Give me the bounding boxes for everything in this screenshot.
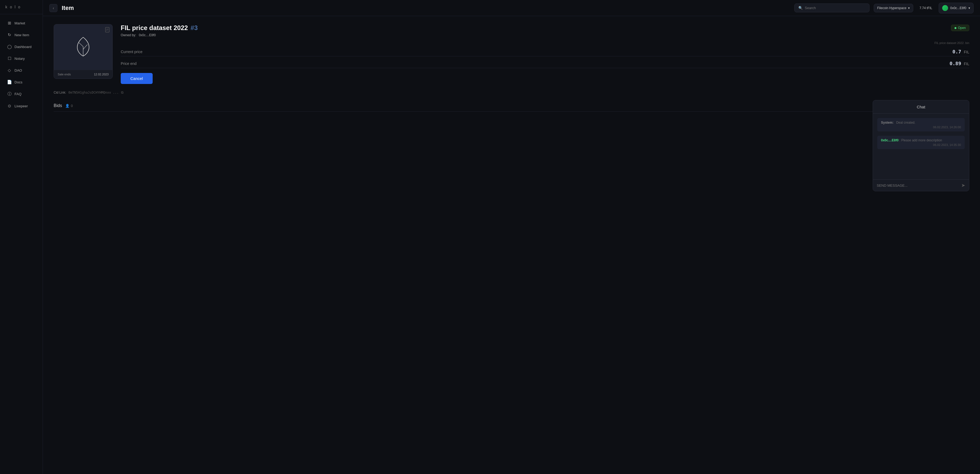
bids-header: Bids 👤 0 bbox=[54, 100, 873, 111]
topbar: ‹ Item 🔍 Filecoin Hyperspace ▾ 7.74 tFIL… bbox=[43, 0, 980, 16]
item-footer: Sale ends 12.02.2023 bbox=[54, 70, 112, 79]
page-content: Sale ends 12.02.2023 FIL price dataset 2… bbox=[43, 16, 980, 474]
sidebar-item-docs[interactable]: 📄 Docs bbox=[2, 76, 40, 88]
chat-msg-header: 0x0c....E8f0 : Please add more descripti… bbox=[881, 138, 961, 142]
chat-sender-user: 0x0c....E8f0 bbox=[881, 138, 899, 142]
sidebar-item-dashboard[interactable]: ◯ Dashboard bbox=[2, 41, 40, 52]
sidebar-item-dao[interactable]: ◇ DAO bbox=[2, 65, 40, 76]
main-content: ‹ Item 🔍 Filecoin Hyperspace ▾ 7.74 tFIL… bbox=[43, 0, 980, 474]
wallet-address: 0x0c...E8f0 bbox=[950, 6, 966, 10]
chevron-down-icon: ▾ bbox=[908, 6, 910, 10]
sidebar-nav: ⊞ Market ↻ New Item ◯ Dashboard ☐ Notary… bbox=[0, 14, 43, 474]
status-badge: Open bbox=[951, 25, 969, 31]
cid-link-label: Cid Link: bbox=[54, 91, 66, 94]
chat-sender-system: System: bbox=[881, 121, 894, 124]
item-owned-row: Owned by: 0x0c....E8f0 bbox=[121, 33, 969, 37]
chat-msg-body-inline2: Please add more description bbox=[901, 138, 942, 142]
docs-icon: 📄 bbox=[7, 80, 12, 84]
current-price-row: Current price 0.7 FIL bbox=[121, 47, 969, 56]
bids-count-value: 0 bbox=[71, 104, 73, 108]
search-box: 🔍 bbox=[794, 3, 869, 12]
chat-input-row: ➤ bbox=[873, 180, 969, 191]
sidebar-label-dao: DAO bbox=[14, 68, 22, 72]
sidebar-label-docs: Docs bbox=[14, 80, 22, 84]
sidebar-item-new-item[interactable]: ↻ New Item bbox=[2, 29, 40, 40]
sidebar-label-market: Market bbox=[14, 21, 25, 25]
price-end-row: Price end 0.89 FIL bbox=[121, 59, 969, 68]
chat-msg-time: 06.02.2023, 14:26:00 bbox=[881, 126, 961, 129]
item-id: #3 bbox=[191, 24, 198, 32]
market-icon: ⊞ bbox=[7, 21, 12, 25]
status-label: Open bbox=[958, 26, 966, 30]
send-button[interactable]: ➤ bbox=[961, 183, 965, 188]
sidebar: k o l o ⊞ Market ↻ New Item ◯ Dashboard … bbox=[0, 0, 43, 474]
search-input[interactable] bbox=[805, 6, 865, 10]
chat-title: Chat bbox=[873, 100, 969, 114]
chevron-down-icon: ▾ bbox=[969, 6, 970, 10]
network-label: Filecoin Hyperspace bbox=[877, 6, 907, 10]
livepeer-icon: ⊙ bbox=[7, 103, 12, 108]
item-info: FIL price dataset 2022 #3 Open Owned by:… bbox=[121, 24, 969, 84]
cid-row: Cid Link: 0mTN5H1ghaJsDCHYHMQnxv ... ⧉ bbox=[54, 91, 969, 95]
sidebar-label-new-item: New Item bbox=[14, 33, 29, 37]
current-price-label: Current price bbox=[121, 49, 142, 54]
cid-value: 0mTN5H1ghaJsDCHYHMQnxv ... bbox=[68, 91, 119, 94]
item-name: FIL price dataset 2022 bbox=[121, 24, 188, 32]
chat-messages: System: Deal created. 06.02.2023, 14:26:… bbox=[873, 114, 969, 180]
cancel-button[interactable]: Cancel bbox=[121, 73, 153, 84]
search-icon: 🔍 bbox=[799, 6, 803, 10]
chat-msg-header: System: Deal created. bbox=[881, 121, 961, 124]
item-image-card: Sale ends 12.02.2023 bbox=[54, 24, 113, 79]
sale-ends-date: 12.02.2023 bbox=[94, 73, 109, 76]
person-icon: 👤 bbox=[65, 104, 70, 108]
chat-message: 0x0c....E8f0 : Please add more descripti… bbox=[877, 136, 965, 149]
page-title: Item bbox=[62, 5, 790, 11]
file-icon bbox=[105, 27, 110, 33]
sidebar-label-faq: FAQ bbox=[14, 92, 21, 96]
dashboard-icon: ◯ bbox=[7, 44, 12, 49]
new-item-icon: ↻ bbox=[7, 32, 12, 37]
owned-by-address: 0x0c....E8f0 bbox=[139, 33, 156, 37]
sidebar-item-livepeer[interactable]: ⊙ Livepeer bbox=[2, 100, 40, 111]
chat-msg-time2: 06.02.2023, 14:35:30 bbox=[881, 143, 961, 146]
faq-icon: ⓘ bbox=[7, 91, 12, 97]
leaf-icon bbox=[75, 36, 91, 59]
item-image-area bbox=[54, 24, 112, 70]
owned-by-label: Owned by: bbox=[121, 33, 136, 37]
price-end-value: 0.89 bbox=[950, 60, 961, 66]
notary-icon: ☐ bbox=[7, 56, 12, 61]
sale-ends-label: Sale ends bbox=[58, 73, 71, 76]
bids-section: Bids 👤 0 bbox=[54, 100, 873, 111]
sidebar-item-market[interactable]: ⊞ Market bbox=[2, 17, 40, 29]
current-price-value: 0.7 bbox=[952, 49, 961, 54]
sidebar-label-notary: Notary bbox=[14, 57, 25, 60]
item-top-row: Sale ends 12.02.2023 FIL price dataset 2… bbox=[54, 24, 969, 84]
wallet-button[interactable]: 0x0c...E8f0 ▾ bbox=[939, 3, 974, 13]
logo: k o l o bbox=[0, 0, 43, 14]
sidebar-label-dashboard: Dashboard bbox=[14, 45, 32, 49]
dao-icon: ◇ bbox=[7, 68, 12, 73]
item-filename: FIL price dataset 2022. bin bbox=[121, 41, 969, 45]
item-title-row: FIL price dataset 2022 #3 Open bbox=[121, 24, 969, 32]
price-end-unit: FIL bbox=[964, 62, 969, 66]
copy-icon[interactable]: ⧉ bbox=[121, 91, 123, 95]
current-price-unit: FIL bbox=[964, 50, 969, 54]
avatar bbox=[942, 5, 948, 11]
bids-chat-row: Bids 👤 0 Chat System: De bbox=[54, 100, 969, 191]
chat-section: Chat System: Deal created. 06.02.2023, 1… bbox=[873, 100, 969, 191]
status-dot bbox=[955, 27, 956, 29]
network-selector[interactable]: Filecoin Hyperspace ▾ bbox=[874, 4, 913, 12]
sidebar-item-notary[interactable]: ☐ Notary bbox=[2, 53, 40, 64]
chat-input[interactable] bbox=[877, 183, 959, 188]
bids-count: 👤 0 bbox=[65, 104, 73, 108]
sidebar-item-faq[interactable]: ⓘ FAQ bbox=[2, 88, 40, 100]
bids-title: Bids bbox=[54, 103, 62, 108]
sidebar-label-livepeer: Livepeer bbox=[14, 104, 28, 108]
back-button[interactable]: ‹ bbox=[49, 4, 57, 12]
chat-msg-body-inline: Deal created. bbox=[896, 121, 915, 124]
balance-display: 7.74 tFIL bbox=[918, 5, 934, 11]
chat-message: System: Deal created. 06.02.2023, 14:26:… bbox=[877, 118, 965, 132]
price-end-label: Price end bbox=[121, 61, 137, 66]
